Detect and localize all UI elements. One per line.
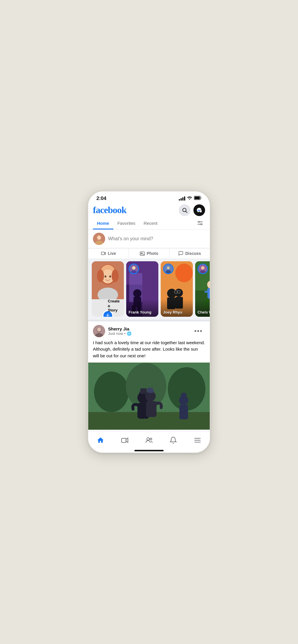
svg-point-35 bbox=[175, 264, 193, 282]
tab-home[interactable]: Home bbox=[93, 218, 113, 229]
svg-point-60 bbox=[94, 372, 129, 412]
joey-avatar-ring bbox=[163, 264, 174, 274]
post-image bbox=[88, 363, 210, 430]
svg-rect-76 bbox=[122, 438, 126, 443]
discuss-button[interactable]: Discuss bbox=[169, 248, 210, 258]
post-photo bbox=[88, 363, 210, 430]
search-button[interactable] bbox=[179, 204, 190, 216]
story-card-joey[interactable]: Joey Rhyu bbox=[161, 261, 193, 317]
composer-avatar bbox=[93, 233, 105, 245]
svg-rect-67 bbox=[146, 401, 157, 417]
post-author-avatar bbox=[93, 325, 105, 337]
svg-point-27 bbox=[133, 289, 141, 297]
svg-rect-73 bbox=[179, 405, 188, 420]
svg-rect-71 bbox=[147, 388, 153, 392]
story-card-chels[interactable]: Chels Wells bbox=[195, 261, 210, 317]
bell-icon bbox=[169, 436, 177, 444]
svg-point-20 bbox=[112, 269, 119, 282]
app-header: facebook bbox=[88, 203, 210, 218]
phone-frame: 2:04 bbox=[88, 191, 210, 453]
svg-point-32 bbox=[132, 266, 136, 270]
menu-icon bbox=[194, 436, 201, 444]
svg-rect-12 bbox=[101, 252, 104, 255]
frank-avatar-ring bbox=[129, 264, 139, 274]
photo-icon bbox=[140, 251, 145, 256]
messenger-icon bbox=[196, 207, 202, 213]
header-icons bbox=[179, 204, 205, 216]
home-icon bbox=[97, 436, 104, 444]
svg-point-22 bbox=[109, 275, 111, 277]
svg-point-7 bbox=[201, 224, 202, 225]
post-timestamp: Just now • 🌐 bbox=[108, 331, 189, 336]
svg-rect-75 bbox=[181, 393, 186, 397]
chels-story-name: Chels Wells bbox=[197, 310, 210, 314]
svg-point-21 bbox=[105, 275, 106, 277]
status-time: 2:04 bbox=[96, 196, 106, 201]
frank-story-name: Frank Young bbox=[129, 310, 151, 314]
svg-point-11 bbox=[97, 236, 101, 239]
nav-item-home[interactable] bbox=[93, 435, 108, 446]
post-header: Sherry Jia Just now • 🌐 ••• bbox=[88, 321, 210, 340]
composer-input[interactable] bbox=[108, 236, 205, 241]
svg-marker-77 bbox=[126, 438, 128, 443]
filter-button[interactable] bbox=[195, 218, 205, 229]
wifi-icon bbox=[187, 196, 192, 201]
post-composer[interactable] bbox=[88, 230, 210, 248]
search-icon bbox=[182, 207, 188, 213]
photo-button[interactable]: Photo bbox=[129, 248, 169, 258]
nav-tabs: Home Favorites Recent bbox=[88, 218, 210, 230]
chels-avatar-ring bbox=[197, 264, 208, 274]
svg-line-3 bbox=[186, 211, 187, 213]
facebook-logo: facebook bbox=[93, 205, 127, 215]
live-button[interactable]: Live bbox=[88, 248, 129, 258]
battery-icon bbox=[194, 196, 202, 201]
nav-item-video[interactable] bbox=[117, 435, 132, 446]
tab-favorites[interactable]: Favorites bbox=[113, 218, 140, 229]
svg-point-79 bbox=[150, 438, 152, 440]
stories-section: + Create a Story bbox=[88, 258, 210, 321]
video-icon bbox=[121, 436, 129, 444]
status-icons bbox=[179, 196, 202, 201]
svg-rect-48 bbox=[207, 288, 210, 299]
svg-point-6 bbox=[198, 221, 200, 222]
post-more-button[interactable]: ••• bbox=[192, 326, 205, 336]
create-story-card[interactable]: + Create a Story bbox=[92, 261, 124, 317]
svg-point-78 bbox=[147, 438, 149, 441]
composer-actions: Live Photo Discuss bbox=[88, 248, 210, 258]
signal-icon bbox=[179, 196, 185, 201]
messenger-button[interactable] bbox=[193, 204, 205, 216]
svg-point-37 bbox=[175, 289, 183, 297]
post-author-name: Sherry Jia bbox=[108, 326, 189, 331]
friends-icon bbox=[145, 436, 153, 444]
story-create-image bbox=[92, 261, 124, 299]
bottom-nav bbox=[88, 431, 210, 448]
svg-point-19 bbox=[97, 269, 104, 282]
status-bar: 2:04 bbox=[88, 192, 210, 203]
nav-item-notifications[interactable] bbox=[166, 435, 181, 446]
post-card: Sherry Jia Just now • 🌐 ••• I had such a… bbox=[88, 321, 210, 430]
svg-point-53 bbox=[201, 266, 205, 270]
tab-recent[interactable]: Recent bbox=[139, 218, 162, 229]
home-indicator bbox=[134, 450, 164, 451]
live-icon bbox=[101, 251, 106, 256]
nav-item-menu[interactable] bbox=[190, 435, 205, 446]
post-meta: Sherry Jia Just now • 🌐 bbox=[108, 326, 189, 336]
nav-item-friends[interactable] bbox=[142, 435, 156, 446]
svg-rect-69 bbox=[140, 389, 147, 393]
post-text: I had such a lovely time at our ride tog… bbox=[88, 340, 210, 363]
svg-point-62 bbox=[168, 367, 205, 411]
filter-icon bbox=[197, 220, 203, 226]
svg-point-43 bbox=[167, 266, 170, 269]
joey-story-name: Joey Rhyu bbox=[163, 310, 182, 314]
svg-rect-1 bbox=[195, 196, 200, 199]
privacy-icon: 🌐 bbox=[127, 331, 131, 336]
story-card-frank[interactable]: Frank Young bbox=[126, 261, 158, 317]
discuss-icon bbox=[178, 251, 183, 256]
